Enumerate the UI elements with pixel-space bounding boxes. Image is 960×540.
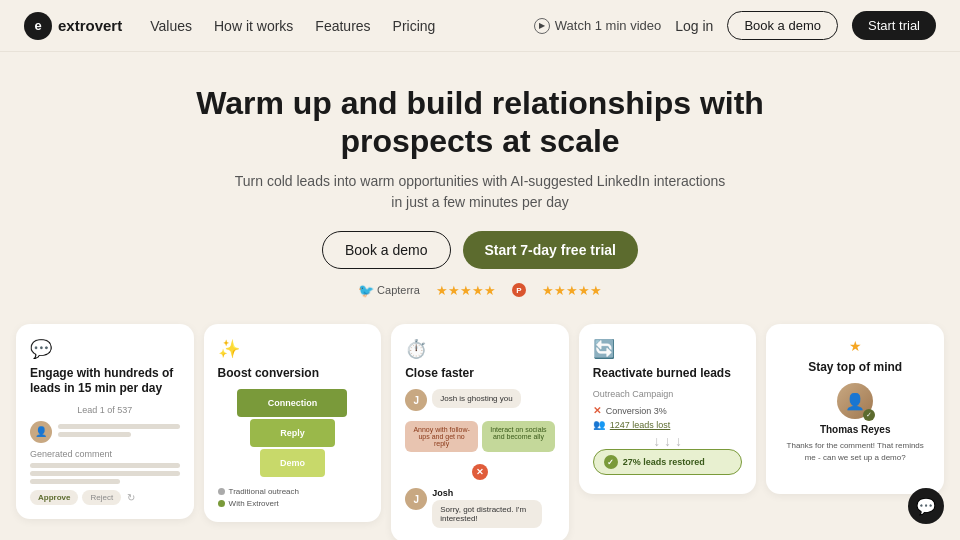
legend-traditional: Traditional outreach [218, 487, 368, 496]
refresh-icon[interactable]: ↻ [127, 492, 135, 503]
funnel-demo: Demo [260, 449, 325, 477]
capterra-stars: ★★★★★ [436, 283, 496, 298]
funnel-legend: Traditional outreach With Extrovert [218, 487, 368, 508]
lead-avatar: 👤 [30, 421, 52, 443]
josh-avatar: J [405, 389, 427, 411]
star-icon: ★ [780, 338, 930, 354]
dot-gray [218, 488, 225, 495]
ghosting-bubble: Josh is ghosting you [432, 389, 521, 408]
nav-values[interactable]: Values [150, 18, 192, 34]
chat-widget-button[interactable]: 💬 [908, 488, 944, 524]
feature-cards: 💬 Engage with hundreds of leads in 15 mi… [0, 314, 960, 540]
nav-how-it-works[interactable]: How it works [214, 18, 293, 34]
hero-book-demo-button[interactable]: Book a demo [322, 231, 451, 269]
check-icon: ✓ [604, 455, 618, 469]
ghosting-row: J Josh is ghosting you [405, 389, 555, 411]
nav-start-trial-button[interactable]: Start trial [852, 11, 936, 40]
social-proof: 🐦 Capterra ★★★★★ P ★★★★★ [40, 283, 920, 298]
legend-extrovert: With Extrovert [218, 499, 368, 508]
navigation: e extrovert Values How it works Features… [0, 0, 960, 52]
login-button[interactable]: Log in [675, 18, 713, 34]
good-choice-btn: Interact on socials and become ally [482, 421, 555, 452]
comment-line3 [30, 479, 120, 484]
card5-title: Stay top of mind [780, 360, 930, 376]
logo[interactable]: e extrovert [24, 12, 122, 40]
leads-lost-value: 1247 leads lost [610, 420, 671, 430]
nav-links: Values How it works Features Pricing [150, 18, 534, 34]
play-icon: ▶ [534, 18, 550, 34]
card4-title: Reactivate burned leads [593, 366, 743, 382]
lead-info-lines [58, 424, 180, 440]
watch-video-link[interactable]: ▶ Watch 1 min video [534, 18, 661, 34]
nav-pricing[interactable]: Pricing [393, 18, 436, 34]
capterra-badge: 🐦 Capterra [358, 283, 420, 298]
x-icon: ✕ [593, 405, 601, 416]
reply-bubble: Sorry, got distracted. I'm interested! [432, 500, 542, 528]
people-icon: 👥 [593, 419, 605, 430]
logo-icon: e [24, 12, 52, 40]
lead-counter: Lead 1 of 537 [30, 405, 180, 415]
ph-stars: ★★★★★ [542, 283, 602, 298]
reply-row: J Josh Sorry, got distracted. I'm intere… [405, 488, 555, 528]
line2 [58, 432, 131, 437]
restored-badge: ✓ 27% leads restored [593, 449, 743, 475]
producthunt-icon: P [512, 283, 526, 297]
hero-start-trial-button[interactable]: Start 7-day free trial [463, 231, 639, 269]
leads-lost-metric: 👥 1247 leads lost [593, 419, 743, 430]
card-stay-top-mind: ★ Stay top of mind 👤 ✓ Thomas Reyes Than… [766, 324, 944, 494]
dot-green [218, 500, 225, 507]
x-circle-icon: ✕ [472, 464, 488, 480]
engage-icon: 💬 [30, 338, 180, 360]
lead-row: 👤 [30, 421, 180, 443]
josh-reply-avatar: J [405, 488, 427, 510]
funnel-chart: Connection Reply Demo [218, 389, 368, 479]
close-faster-icon: ⏱️ [405, 338, 555, 360]
chat-sequence: J Josh is ghosting you Annoy with follow… [405, 389, 555, 528]
card-reactivate: 🔄 Reactivate burned leads Outreach Campa… [579, 324, 757, 494]
card-close-faster: ⏱️ Close faster J Josh is ghosting you A… [391, 324, 569, 540]
card3-title: Close faster [405, 366, 555, 382]
thomas-avatar: 👤 ✓ [837, 383, 873, 419]
restored-text: 27% leads restored [623, 457, 705, 467]
card-engage: 💬 Engage with hundreds of leads in 15 mi… [16, 324, 194, 519]
funnel-reply: Reply [250, 419, 335, 447]
reject-button[interactable]: Reject [82, 490, 121, 505]
hero-subtext: Turn cold leads into warm opportunities … [230, 171, 730, 213]
thomas-name: Thomas Reyes [780, 424, 930, 435]
avatar-badge: ✓ [863, 409, 875, 421]
capterra-icon: 🐦 [358, 283, 374, 298]
choice-buttons: Annoy with follow-ups and get no reply I… [405, 421, 555, 452]
line1 [58, 424, 180, 429]
outreach-label: Outreach Campaign [593, 389, 743, 399]
thomas-message: Thanks for the comment! That reminds me … [780, 440, 930, 462]
arrow-down: ↓ ↓ ↓ [593, 433, 743, 449]
funnel-connection: Connection [237, 389, 347, 417]
hero-section: Warm up and build relationships with pro… [0, 52, 960, 314]
comment-lines [30, 463, 180, 484]
nav-book-demo-button[interactable]: Book a demo [727, 11, 838, 40]
boost-icon: ✨ [218, 338, 368, 360]
logo-text: extrovert [58, 17, 122, 34]
generated-comment-label: Generated comment [30, 449, 180, 459]
bad-choice-btn: Annoy with follow-ups and get no reply [405, 421, 478, 452]
action-buttons: Approve Reject ↻ [30, 490, 180, 505]
approve-button[interactable]: Approve [30, 490, 78, 505]
nav-right: ▶ Watch 1 min video Log in Book a demo S… [534, 11, 936, 40]
hero-buttons: Book a demo Start 7-day free trial [40, 231, 920, 269]
card-boost-conversion: ✨ Boost conversion Connection Reply Demo… [204, 324, 382, 523]
reply-content: Josh Sorry, got distracted. I'm interest… [432, 488, 542, 528]
comment-line1 [30, 463, 180, 468]
nav-features[interactable]: Features [315, 18, 370, 34]
comment-line2 [30, 471, 180, 476]
hero-headline: Warm up and build relationships with pro… [130, 84, 830, 161]
card2-title: Boost conversion [218, 366, 368, 382]
card1-title: Engage with hundreds of leads in 15 min … [30, 366, 180, 397]
conversion-metric: ✕ Conversion 3% [593, 405, 743, 416]
reactivate-icon: 🔄 [593, 338, 743, 360]
reply-name: Josh [432, 488, 542, 498]
